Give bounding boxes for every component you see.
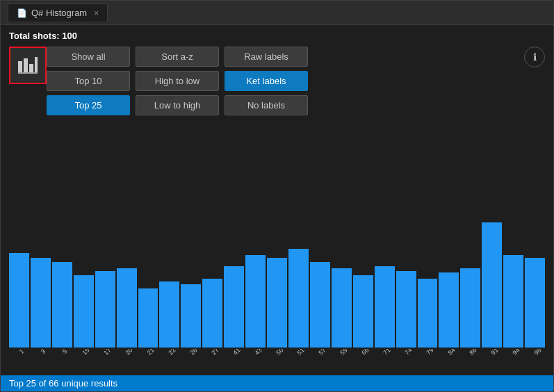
bar-label: 86 [468, 349, 478, 356]
bar-wrapper [159, 118, 179, 348]
bar-wrapper [353, 118, 373, 348]
sort-az-button[interactable]: Sort a-z [136, 47, 219, 67]
bar-wrapper [95, 118, 115, 348]
bar [117, 268, 137, 348]
bar-wrapper [31, 118, 51, 348]
raw-labels-button[interactable]: Raw labels [225, 47, 308, 67]
bar-label: 66 [361, 349, 370, 356]
bar-label: 84 [446, 349, 456, 356]
bar-label: 79 [425, 349, 434, 356]
bar-label: 57 [318, 349, 327, 356]
x-label-wrapper: 41 [224, 349, 244, 356]
top-25-button[interactable]: Top 25 [47, 95, 130, 115]
bar [138, 288, 158, 348]
no-labels-button[interactable]: No labels [225, 95, 308, 115]
bar-label: 71 [382, 349, 392, 356]
bar-label: 91 [489, 349, 499, 356]
status-bar: Top 25 of 66 unique results [1, 375, 553, 391]
bar-label: 43 [253, 349, 263, 356]
filter-group: Show all Top 10 Top 25 [47, 47, 130, 115]
x-label-wrapper: 43 [245, 349, 266, 356]
bar-label: 50 [275, 349, 284, 356]
bar-label: 17 [103, 349, 113, 356]
x-label-wrapper: 20 [117, 349, 137, 356]
bar-wrapper [288, 118, 309, 348]
titlebar: 📄 Q# Histogram × [1, 1, 553, 25]
x-label-wrapper: 84 [439, 349, 459, 356]
bar [288, 249, 309, 348]
bar [460, 268, 480, 348]
x-label-wrapper: 59 [332, 349, 352, 356]
x-label-wrapper: 15 [74, 349, 94, 356]
bar [9, 253, 29, 348]
bar-wrapper [460, 118, 480, 348]
bar-wrapper [439, 118, 459, 348]
bar [74, 275, 94, 348]
info-button[interactable]: ℹ [524, 47, 545, 67]
x-label-wrapper: 57 [310, 349, 330, 356]
low-to-high-button[interactable]: Low to high [136, 95, 219, 115]
bar [159, 281, 179, 348]
x-label-wrapper: 3 [31, 349, 51, 356]
top-10-button[interactable]: Top 10 [47, 71, 130, 91]
tab-document-icon: 📄 [17, 8, 27, 18]
bar [181, 284, 201, 348]
svg-rect-3 [35, 57, 38, 72]
bar-wrapper [525, 118, 545, 348]
x-label-wrapper: 22 [159, 349, 179, 356]
bar-label: 98 [532, 349, 542, 356]
bar-label: 3 [40, 349, 47, 355]
bar [52, 262, 72, 348]
bar [439, 272, 459, 348]
x-label-wrapper: 17 [95, 349, 115, 356]
bar-wrapper [310, 118, 330, 348]
x-label-wrapper: 26 [181, 349, 201, 356]
bar-label: 22 [167, 349, 177, 356]
bar [503, 255, 523, 348]
bar-wrapper [181, 118, 201, 348]
x-labels: 1351517202122262741435051575966717479848… [9, 349, 545, 368]
tab-histogram[interactable]: 📄 Q# Histogram × [8, 3, 108, 22]
bar-label: 21 [145, 349, 155, 356]
x-label-wrapper: 5 [52, 349, 72, 356]
x-label-wrapper: 71 [375, 349, 395, 356]
content-area: Total shots: 100 Show all Top 10 [1, 25, 553, 374]
bar [224, 266, 244, 348]
bar [202, 279, 222, 348]
bar [482, 222, 502, 348]
bar-wrapper [267, 118, 287, 348]
bar [31, 258, 51, 348]
bars-container [9, 118, 545, 348]
x-label-wrapper: 79 [418, 349, 438, 356]
main-window: 📄 Q# Histogram × Total shots: 100 [0, 0, 554, 392]
x-label-wrapper: 91 [482, 349, 502, 356]
bar [375, 266, 395, 348]
bar [267, 258, 287, 348]
status-text: Top 25 of 66 unique results [9, 378, 117, 389]
bar-label: 51 [296, 349, 306, 356]
bar-wrapper [332, 118, 352, 348]
bar-label: 20 [124, 349, 134, 356]
bar-label: 15 [81, 349, 91, 356]
bar-label: 1 [18, 349, 26, 355]
bar [245, 255, 266, 348]
bar-wrapper [202, 118, 222, 348]
bar-wrapper [418, 118, 438, 348]
tab-close-button[interactable]: × [94, 8, 99, 18]
sort-group: Sort a-z High to low Low to high [136, 47, 219, 115]
bar-wrapper [375, 118, 395, 348]
x-label-wrapper: 1 [9, 349, 29, 356]
show-all-button[interactable]: Show all [47, 47, 130, 67]
ket-labels-button[interactable]: Ket labels [225, 71, 308, 91]
high-to-low-button[interactable]: High to low [136, 71, 219, 91]
histogram-icon-box[interactable] [9, 47, 47, 84]
bar-wrapper [138, 118, 158, 348]
bar-wrapper [9, 118, 29, 348]
tab-title: Q# Histogram [31, 8, 87, 18]
x-label-wrapper: 27 [202, 349, 222, 356]
bar-wrapper [503, 118, 523, 348]
bar-label: 94 [511, 349, 521, 356]
bar-label: 59 [339, 349, 349, 356]
bar-wrapper [74, 118, 94, 348]
bar [353, 275, 373, 348]
